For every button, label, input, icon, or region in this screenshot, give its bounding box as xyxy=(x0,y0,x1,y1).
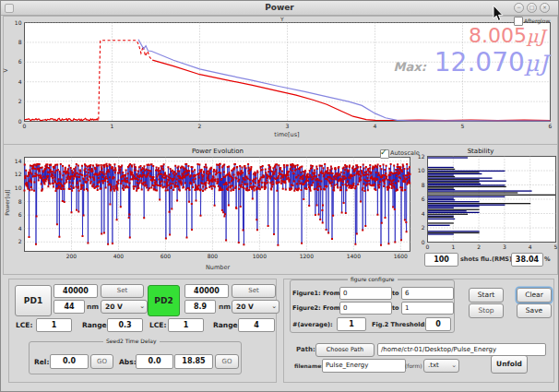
thresh-field[interactable]: 0 xyxy=(425,317,451,331)
range1-field[interactable]: 0.3 xyxy=(107,318,143,332)
lce1-field[interactable]: 1 xyxy=(36,318,72,332)
rms-field[interactable]: 38.04 xyxy=(511,253,543,267)
form-label: (form) xyxy=(405,362,422,369)
top-plot-ylabel: V xyxy=(2,68,8,72)
pd1-set-button[interactable]: Set xyxy=(101,284,144,298)
rel-label: Rel: xyxy=(34,358,49,366)
evolution-ytick: 4 xyxy=(18,225,22,232)
fig1-to-field[interactable]: 6 xyxy=(401,287,454,300)
seed2-title: Seed2 Time Delay xyxy=(103,338,160,344)
evolution-ytick: 6 xyxy=(18,211,22,218)
evolution-xtick: 400 xyxy=(113,253,125,259)
fig2-to-field[interactable]: 1 xyxy=(401,302,454,315)
shots-field[interactable]: 100 xyxy=(424,253,458,267)
evolution-xtick: 600 xyxy=(161,253,172,259)
stability-ytick: 0 xyxy=(422,239,425,245)
pd1-count-field[interactable]: 40000 xyxy=(54,284,98,298)
stability-ytick: 8 xyxy=(422,182,425,188)
rel-field[interactable]: 0.0 xyxy=(50,354,89,369)
lce2-label: LCE: xyxy=(149,321,166,329)
readout-current: 8.005µJ xyxy=(324,24,545,47)
avg-field[interactable]: 1 xyxy=(337,317,366,331)
fig2-from-field[interactable]: 0 xyxy=(339,302,392,315)
burst-xtick: 6 xyxy=(549,123,553,129)
stability-xtick: 3 xyxy=(503,244,506,250)
stability-ytick: 6 xyxy=(422,196,425,202)
fig1-to-label: to xyxy=(392,290,399,297)
lce2-field[interactable]: 1 xyxy=(168,318,204,332)
pd2-nm-field[interactable]: 8.9 xyxy=(184,300,216,314)
abs-field[interactable]: 0.0 xyxy=(136,354,173,369)
range2-field[interactable]: 4 xyxy=(238,318,275,332)
format-select[interactable]: .txt⌄ xyxy=(423,359,459,373)
pd1-nm-field[interactable]: 44 xyxy=(54,300,85,314)
burst-ytick: 0 xyxy=(18,118,22,125)
pd2-nm-label: nm xyxy=(219,303,231,311)
stability-ytick: 4 xyxy=(422,210,425,217)
burst-xtick: 4 xyxy=(374,123,377,129)
evolution-ytick: 14 xyxy=(15,158,22,164)
burst-xtick: 2 xyxy=(198,123,202,129)
filename-label: filename: xyxy=(294,362,324,369)
range2-label: Range: xyxy=(213,321,241,329)
afterglow-label: Afterglow xyxy=(524,18,550,24)
pd1-voltage-select[interactable]: 20 V⌄ xyxy=(101,300,148,314)
pd2-button[interactable]: PD2 xyxy=(148,285,180,316)
path-field[interactable]: /home/ctr-01/Desktop/Pulse_Energy xyxy=(377,343,546,356)
start-button[interactable]: Start xyxy=(469,288,504,303)
stability-title: Stability xyxy=(450,148,511,155)
pd2-set-button[interactable]: Set xyxy=(232,284,276,298)
filename-field[interactable]: Pulse_Energy xyxy=(322,359,406,373)
evolution-xtick: 200 xyxy=(66,253,77,259)
clear-button[interactable]: Clear xyxy=(517,288,552,303)
abs2-field[interactable]: 18.85 xyxy=(174,354,213,369)
fig2-label: Figure2: From xyxy=(292,304,339,312)
range1-label: Range: xyxy=(82,321,110,329)
choose-path-button[interactable]: Choose Path xyxy=(315,343,375,357)
burst-ytick: 2 xyxy=(18,98,22,104)
fig1-from-field[interactable]: 0 xyxy=(339,287,392,300)
evolution-ylabel: Power[uJ] xyxy=(4,189,10,215)
stability-xtick: 2 xyxy=(477,244,481,250)
evolution-xtick: 800 xyxy=(208,253,219,259)
burst-xtick: 3 xyxy=(286,123,290,129)
figure-config-title: figure configure xyxy=(348,276,398,282)
evolution-ytick: 8 xyxy=(18,198,22,205)
lce1-label: LCE: xyxy=(16,321,32,329)
stability-xtick: 4 xyxy=(529,244,532,250)
thresh-label: Fig.2 Threshold: xyxy=(372,321,427,328)
pd2-voltage-select[interactable]: 20 V⌄ xyxy=(232,300,280,314)
stability-ytick: 10 xyxy=(418,167,425,173)
abs-label: Abs: xyxy=(119,358,137,366)
stability-xtick: 0 xyxy=(426,244,430,250)
evolution-xlabel: Number xyxy=(172,264,264,271)
burst-xtick: 0 xyxy=(23,123,27,129)
mouse-cursor xyxy=(493,6,505,24)
evolution-xtick: 1400 xyxy=(347,253,361,259)
rms-label: flu.(RMS): xyxy=(481,255,515,263)
abs-go-button[interactable]: GO xyxy=(215,354,239,369)
evolution-title: Power Evolution xyxy=(144,148,291,155)
chevron-down-icon: ⌄ xyxy=(451,360,457,372)
burst-ytick: 4 xyxy=(18,78,22,85)
evolution-xtick: 1000 xyxy=(253,253,267,259)
fig2-to-label: to xyxy=(392,304,399,312)
burst-xtick: 5 xyxy=(461,123,465,129)
chevron-down-icon: ⌄ xyxy=(271,301,277,313)
stop-button[interactable]: Stop xyxy=(469,303,504,318)
readout-max: Max: 12.070µJ xyxy=(310,47,548,77)
stability-ytick: 2 xyxy=(422,224,425,231)
max-label: Max: xyxy=(394,60,426,74)
burst-ytick: 8 xyxy=(18,39,22,45)
autoscale-checkbox[interactable]: ✓ xyxy=(380,149,389,159)
save-button[interactable]: Save xyxy=(517,303,552,318)
unfold-button[interactable]: Unfold xyxy=(491,355,528,374)
burst-ytick: 10 xyxy=(15,19,22,26)
rel-go-button[interactable]: GO xyxy=(90,354,113,369)
pd2-count-field[interactable]: 40000 xyxy=(184,284,229,298)
stability-xtick: 5 xyxy=(554,244,558,250)
pd1-button[interactable]: PD1 xyxy=(15,285,52,316)
autoscale-label: Autoscale xyxy=(390,149,420,157)
fig1-label: Figure1: From xyxy=(292,290,339,297)
stability-xtick: 1 xyxy=(451,244,455,250)
